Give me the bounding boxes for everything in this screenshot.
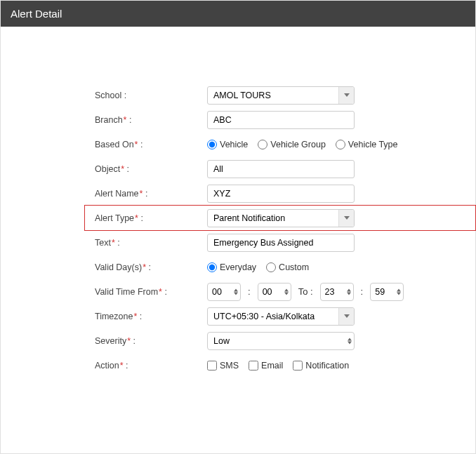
row-basedon: Based On* : Vehicle Vehicle Group Vehicl…: [85, 132, 475, 156]
page-title: Alert Detail: [11, 8, 62, 20]
label-object: Object* :: [95, 164, 207, 174]
text-input[interactable]: [207, 234, 355, 252]
school-select[interactable]: AMOL TOURS: [207, 86, 355, 105]
time-colon: :: [246, 286, 252, 297]
basedon-vehicle-radio[interactable]: Vehicle: [207, 140, 248, 149]
row-validday: Valid Day(s)* : Everyday Custom: [85, 255, 475, 279]
severity-select-input[interactable]: Low: [207, 332, 355, 350]
panel-header: Alert Detail: [1, 1, 475, 27]
label-alerttype: Alert Type* :: [95, 213, 207, 223]
timezone-select-input[interactable]: UTC+05:30 - Asia/Kolkata: [207, 307, 355, 326]
validday-everyday-radio[interactable]: Everyday: [207, 262, 256, 272]
row-school: School : AMOL TOURS: [85, 83, 475, 107]
alert-detail-page: Alert Detail School : AMOL TOURS Branch*…: [0, 0, 476, 454]
validday-custom-radio[interactable]: Custom: [266, 262, 309, 272]
alerttype-select-input[interactable]: Parent Notification: [207, 209, 355, 227]
label-school: School :: [95, 91, 207, 100]
alerttype-select[interactable]: Parent Notification: [207, 209, 355, 227]
row-severity: Severity* : Low: [85, 328, 475, 353]
to-min-select[interactable]: 59: [370, 283, 404, 301]
label-branch: Branch* :: [95, 115, 207, 125]
object-input[interactable]: [207, 160, 355, 178]
to-hour-select[interactable]: 23: [320, 283, 354, 301]
label-basedon: Based On* :: [95, 140, 207, 149]
label-timezone: Timezone* :: [95, 312, 207, 321]
basedon-vehicletype-radio[interactable]: Vehicle Type: [336, 140, 398, 149]
time-colon: :: [359, 286, 365, 297]
from-min-select[interactable]: 00: [258, 283, 291, 301]
school-select-input[interactable]: AMOL TOURS: [207, 86, 355, 105]
row-alertname: Alert Name* :: [85, 181, 475, 206]
row-validtime: Valid Time From* : 00 : 00 To : 23 :: [85, 279, 475, 304]
form-body: School : AMOL TOURS Branch* : B: [1, 27, 475, 378]
branch-input[interactable]: [207, 111, 355, 129]
row-branch: Branch* :: [85, 107, 475, 132]
row-text: Text* :: [85, 230, 475, 255]
action-email-checkbox[interactable]: Email: [249, 361, 283, 370]
severity-select[interactable]: Low: [207, 332, 355, 350]
alertname-input[interactable]: [207, 185, 355, 203]
from-hour-select[interactable]: 00: [207, 283, 241, 301]
label-severity: Severity* :: [95, 336, 207, 346]
to-label: To :: [297, 286, 315, 297]
label-validday: Valid Day(s)* :: [95, 262, 207, 272]
action-sms-checkbox[interactable]: SMS: [207, 361, 239, 370]
label-alertname: Alert Name* :: [95, 189, 207, 199]
basedon-vehiclegroup-radio[interactable]: Vehicle Group: [258, 140, 326, 149]
row-action: Action* : SMS Email Notification: [85, 353, 475, 378]
label-text: Text* :: [95, 238, 207, 248]
timezone-select[interactable]: UTC+05:30 - Asia/Kolkata: [207, 307, 355, 326]
action-notification-checkbox[interactable]: Notification: [293, 361, 349, 370]
label-action: Action* :: [95, 361, 207, 370]
row-timezone: Timezone* : UTC+05:30 - Asia/Kolkata: [85, 304, 475, 328]
label-validtime: Valid Time From* :: [95, 287, 207, 297]
row-alerttype: Alert Type* : Parent Notification: [85, 206, 475, 230]
row-object: Object* :: [85, 156, 475, 181]
